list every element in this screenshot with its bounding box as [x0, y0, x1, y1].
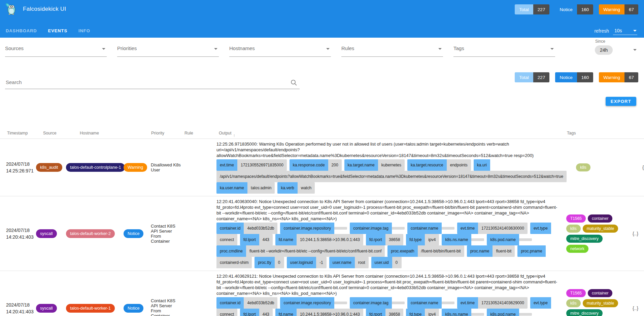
- field-chip[interactable]: user.loginuid​-1: [287, 259, 329, 265]
- filter-dropdown-priorities[interactable]: Priorities: [117, 43, 219, 57]
- stat-chip[interactable]: Total227: [515, 4, 549, 14]
- field-chip[interactable]: fd.type​ipv4: [406, 236, 442, 242]
- field-chip[interactable]: ka.target.name​kubernetes: [344, 162, 407, 167]
- column-header-timestamp[interactable]: Timestamp: [7, 131, 28, 135]
- field-chip[interactable]: container.image.tag​: [350, 300, 407, 305]
- field-chip[interactable]: proc.tty​0: [255, 259, 286, 265]
- column-header-output[interactable]: Output↑: [219, 131, 232, 135]
- filter-dropdown-rules[interactable]: Rules: [341, 43, 443, 57]
- falco-logo-icon: [4, 2, 18, 16]
- stat-chip[interactable]: Notice160: [555, 72, 593, 82]
- source-chip[interactable]: syscall: [36, 304, 57, 313]
- source-chip[interactable]: syscall: [36, 229, 57, 238]
- tag-chip[interactable]: network: [566, 245, 588, 253]
- export-button[interactable]: EXPORT: [606, 97, 636, 106]
- field-chip[interactable]: fd.name​10.244.1.5:38658->10.96.0.1:443: [275, 311, 366, 316]
- priority-chip[interactable]: Notice: [124, 229, 143, 238]
- field-chip[interactable]: k8s.ns.name​: [442, 311, 487, 316]
- filter-dropdown-tags[interactable]: Tags: [453, 43, 555, 57]
- field-chip[interactable]: container.id​4ebd033b52db: [216, 225, 280, 231]
- priority-chip[interactable]: Notice: [124, 304, 143, 313]
- field-chip[interactable]: evt.time​1721305241403630000: [457, 225, 530, 231]
- column-header-source[interactable]: Source: [43, 131, 57, 135]
- table-row[interactable]: 2024/07/18 14:20:41:403 syscall talos-de…: [0, 271, 644, 316]
- field-chip[interactable]: ka.user.name​talos:admin: [216, 185, 277, 190]
- stat-chip[interactable]: Warning67: [599, 72, 638, 82]
- field-chip[interactable]: fd.lport​443: [240, 311, 275, 316]
- field-chip[interactable]: proc.cmdline​fluent-bit --workdir=/fluen…: [216, 248, 387, 253]
- json-expand-icon[interactable]: {..}: [633, 231, 638, 236]
- hostname-chip[interactable]: talos-default-worker-1: [66, 304, 115, 313]
- since-value-chip[interactable]: 24h: [595, 45, 613, 55]
- tag-chip[interactable]: mitre_discovery: [566, 309, 603, 316]
- field-chip[interactable]: k8s.pod.name​: [487, 311, 534, 316]
- nav-tab-dashboard[interactable]: DASHBOARD: [6, 28, 37, 33]
- tag-chip[interactable]: mitre_discovery: [566, 235, 603, 243]
- json-expand-icon[interactable]: {..}: [633, 306, 638, 311]
- field-chip[interactable]: proc.exepath​/fluent-bit/bin/fluent-bit: [387, 248, 467, 253]
- field-chip[interactable]: ka.target.resource​endpoints: [407, 162, 474, 167]
- field-chip[interactable]: k8s.ns.name​: [442, 236, 487, 242]
- tag-chip[interactable]: T1565: [566, 289, 586, 297]
- stat-label: Total: [515, 4, 533, 14]
- json-expand-icon[interactable]: {..}: [642, 165, 644, 170]
- tags-cell: T1565containerk8smaturity_stablemitre_di…: [564, 212, 627, 255]
- field-chip[interactable]: user.name​root: [329, 259, 371, 265]
- stat-chip[interactable]: Warning67: [599, 4, 638, 14]
- field-chip[interactable]: container.image.repository​: [280, 300, 350, 305]
- source-chip[interactable]: k8s_audit: [36, 163, 62, 172]
- stat-chip[interactable]: Notice160: [555, 4, 593, 14]
- stat-label: Notice: [555, 72, 577, 82]
- field-chip[interactable]: evt.time​1721305241403629000: [457, 300, 530, 305]
- tag-chip[interactable]: k8s: [566, 225, 581, 233]
- field-chip[interactable]: user.uid​0: [371, 259, 404, 265]
- filter-dropdown-hostnames[interactable]: Hostnames: [229, 43, 331, 57]
- field-chip[interactable]: container.image.repository​: [280, 225, 350, 231]
- search-input[interactable]: [5, 77, 285, 85]
- tag-chip[interactable]: maturity_stable: [583, 299, 618, 307]
- filter-label: Priorities: [117, 45, 137, 51]
- output-text: 12:25:26.971835000: Warning K8s Operatio…: [216, 141, 569, 158]
- column-header-tags[interactable]: Tags: [567, 131, 576, 135]
- field-chip[interactable]: fd.lport​443: [240, 236, 275, 242]
- field-chip[interactable]: container.image.tag​: [350, 225, 407, 231]
- field-chip[interactable]: k8s.pod.name​: [487, 236, 534, 242]
- tag-chip[interactable]: container: [588, 214, 612, 223]
- nav-tab-info[interactable]: INFO: [78, 28, 90, 33]
- column-header-priority[interactable]: Priority: [151, 131, 164, 135]
- chevron-down-icon: [550, 48, 554, 50]
- hostname-chip[interactable]: talos-default-worker-2: [66, 229, 115, 238]
- column-header-hostname[interactable]: Hostname: [80, 131, 99, 135]
- field-chip[interactable]: evt.time​1721305526971835000: [216, 162, 290, 167]
- field-chip[interactable]: ka.response.code​200: [290, 162, 344, 167]
- field-chip[interactable]: ka.verb​watch: [277, 185, 317, 190]
- tag-chip[interactable]: maturity_stable: [583, 225, 618, 233]
- output-fields: evt.time​1721305526971835000​ka.response…: [216, 159, 569, 194]
- priority-chip[interactable]: Warning: [124, 163, 147, 172]
- search-icon: [290, 79, 298, 86]
- field-chip[interactable]: container.id​4ebd033b52db: [216, 300, 280, 305]
- nav-tab-events[interactable]: EVENTS: [48, 28, 67, 33]
- tag-chip[interactable]: T1565: [566, 214, 586, 223]
- field-chip[interactable]: proc.name​fluent-bit: [467, 248, 518, 253]
- search-field: [5, 77, 300, 89]
- tag-chip[interactable]: k8s: [566, 299, 581, 307]
- hostname-chip[interactable]: talos-default-controlplane-1: [66, 163, 125, 172]
- stat-chip[interactable]: Total227: [515, 72, 549, 82]
- field-chip[interactable]: fd.rport​38658: [366, 311, 406, 316]
- table-row[interactable]: 2024/07/18 14:20:41:403 syscall talos-de…: [0, 196, 644, 271]
- field-chip[interactable]: fd.type​ipv4: [406, 311, 442, 316]
- rule-cell: Contact K8S API Server From Container: [148, 298, 181, 316]
- field-chip[interactable]: fd.name​10.244.1.5:38658->10.96.0.1:443: [275, 236, 366, 242]
- tag-chip[interactable]: k8s: [576, 163, 590, 171]
- column-header-rule[interactable]: Rule: [184, 131, 193, 135]
- field-chip[interactable]: fd.rport​38658: [366, 236, 406, 242]
- table-row[interactable]: 2024/07/18 14:25:26:971 k8s_audit talos-…: [0, 139, 644, 196]
- refresh-interval-select[interactable]: 10s: [613, 27, 637, 35]
- field-chip[interactable]: container.name​: [407, 300, 457, 305]
- rule-cell: Disallowed K8s User: [148, 162, 181, 172]
- timestamp-time: 14:20:41:403: [6, 234, 34, 240]
- filter-dropdown-sources[interactable]: Sources: [5, 43, 107, 57]
- tag-chip[interactable]: container: [588, 289, 612, 297]
- field-chip[interactable]: container.name​: [407, 225, 457, 231]
